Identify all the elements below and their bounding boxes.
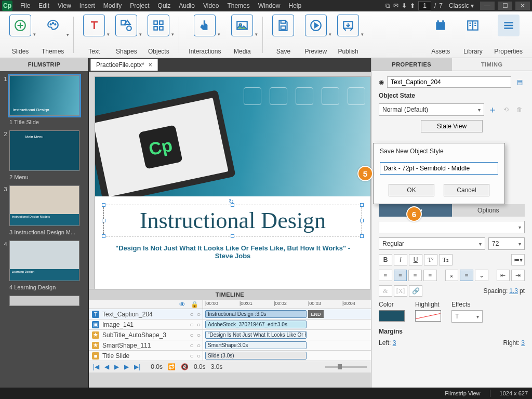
- interactions-button[interactable]: [194, 15, 216, 36]
- insert-link-button[interactable]: 🔗: [409, 285, 422, 297]
- doc-tab[interactable]: PracticeFile.cptx*×: [90, 59, 158, 71]
- align-justify-button[interactable]: ≡: [423, 270, 437, 281]
- font-color-swatch[interactable]: [379, 310, 405, 322]
- tl-start-icon[interactable]: |◀: [93, 363, 99, 370]
- tl-play-icon[interactable]: ▶: [114, 363, 119, 370]
- insert-variable-button[interactable]: [X]: [394, 285, 407, 297]
- ok-button[interactable]: OK: [389, 184, 434, 196]
- visibility-icon[interactable]: 👁: [179, 301, 187, 308]
- style-name-input[interactable]: [380, 162, 498, 175]
- font-style-dropdown[interactable]: Regular: [379, 237, 485, 250]
- text-button[interactable]: T: [83, 15, 105, 36]
- state-view-button[interactable]: State View: [421, 120, 483, 132]
- filmstrip-item[interactable]: 2Main Menu 2 Menu: [4, 130, 84, 180]
- publish-button[interactable]: [337, 15, 359, 36]
- cancel-button[interactable]: Cancel: [444, 184, 489, 196]
- object-name-input[interactable]: [387, 76, 511, 88]
- spacing-value[interactable]: 1.3: [509, 287, 518, 295]
- add-state-icon[interactable]: ＋: [487, 104, 498, 115]
- menu-quiz[interactable]: Quiz: [154, 1, 175, 10]
- timeline-row[interactable]: TText_Caption_204○○Instructional Design …: [89, 309, 371, 320]
- maximize-button[interactable]: ☐: [498, 2, 512, 10]
- menu-audio[interactable]: Audio: [175, 1, 198, 10]
- slides-button[interactable]: [9, 15, 31, 36]
- filmstrip-item[interactable]: 3Instructional Design Models 3 Instructi…: [4, 185, 84, 235]
- menu-modify[interactable]: Modify: [100, 1, 125, 10]
- italic-button[interactable]: I: [394, 254, 407, 265]
- menu-help[interactable]: Help: [285, 1, 305, 10]
- tl-next-icon[interactable]: ▶: [124, 363, 129, 370]
- menu-themes[interactable]: Themes: [223, 1, 253, 10]
- menu-window[interactable]: Window: [255, 1, 284, 10]
- state-dropdown[interactable]: Normal (Default): [379, 103, 484, 116]
- tl-zoom-slider[interactable]: [325, 366, 367, 368]
- close-tab-icon[interactable]: ×: [149, 61, 152, 69]
- align-right-button[interactable]: ≡: [408, 270, 422, 281]
- highlight-swatch[interactable]: [415, 310, 441, 322]
- margin-right-value[interactable]: 3: [521, 339, 525, 347]
- filmstrip-item[interactable]: 4Learning Design 4 Learning Design: [4, 241, 84, 290]
- menu-file[interactable]: File: [17, 1, 34, 10]
- themes-button[interactable]: [42, 15, 64, 36]
- tab-timing[interactable]: TIMING: [452, 58, 533, 71]
- align-center-button[interactable]: ≡: [394, 270, 407, 281]
- superscript-button[interactable]: T²: [424, 254, 437, 265]
- lock-icon[interactable]: 🔒: [191, 301, 198, 308]
- workspace-dropdown[interactable]: Classic ▾: [446, 2, 477, 9]
- reset-state-icon[interactable]: ⟲: [501, 104, 511, 115]
- close-button[interactable]: ✕: [515, 2, 530, 10]
- library-button[interactable]: [462, 15, 484, 36]
- subscript-button[interactable]: T₂: [439, 254, 453, 265]
- margin-left-value[interactable]: 3: [393, 339, 396, 347]
- filmstrip-item[interactable]: 1Instructional Design 1 Title Slide: [4, 75, 84, 125]
- indent-right-button[interactable]: ⇥: [511, 270, 525, 281]
- valign-bottom-button[interactable]: ⌄: [475, 270, 488, 281]
- timeline-row[interactable]: ★SubTitle_AutoShape_3○○"Design Is Not Ju…: [89, 330, 371, 340]
- svg-rect-7: [160, 21, 164, 24]
- selected-text-caption[interactable]: Instructional Design: [103, 205, 362, 236]
- save-button[interactable]: [272, 15, 294, 36]
- tab-properties[interactable]: PROPERTIES: [371, 58, 452, 71]
- font-family-dropdown[interactable]: [379, 221, 525, 233]
- objects-button[interactable]: [148, 15, 169, 36]
- effects-dropdown[interactable]: T: [451, 310, 483, 323]
- tl-mute-icon[interactable]: 🔇: [181, 363, 189, 370]
- tl-prev-icon[interactable]: ◀: [104, 363, 109, 370]
- media-button[interactable]: [231, 15, 253, 36]
- timeline-row[interactable]: ■Title Slide○○Slide (3.0s): [89, 351, 371, 361]
- delete-state-icon[interactable]: 🗑: [514, 104, 525, 115]
- download-icon[interactable]: ⬇: [402, 2, 407, 9]
- properties-button[interactable]: [498, 15, 520, 36]
- shapes-button[interactable]: [115, 15, 137, 36]
- share-icon[interactable]: ⧉: [385, 2, 390, 9]
- tl-loop-icon[interactable]: 🔁: [168, 363, 176, 370]
- filmstrip-item[interactable]: [4, 296, 84, 306]
- bold-button[interactable]: B: [379, 254, 392, 265]
- panel-menu-icon[interactable]: ▤: [514, 77, 525, 87]
- insert-symbol-button[interactable]: &: [379, 285, 392, 297]
- current-page[interactable]: 1: [418, 1, 431, 10]
- font-size-input[interactable]: 72: [488, 237, 525, 250]
- preview-button[interactable]: [305, 15, 327, 36]
- valign-top-button[interactable]: ⌅: [445, 270, 459, 281]
- tl-end-icon[interactable]: ▶|: [134, 363, 140, 370]
- menu-edit[interactable]: Edit: [35, 1, 53, 10]
- subtab-options[interactable]: Options: [452, 204, 525, 217]
- upload-icon[interactable]: ⬆: [410, 2, 415, 9]
- assets-button[interactable]: [430, 15, 451, 36]
- slide-stage[interactable]: Cp ↻ Instructional Design "Design Is Not…: [95, 77, 370, 290]
- mail-icon[interactable]: ✉: [393, 2, 398, 9]
- minimize-button[interactable]: —: [480, 2, 495, 10]
- visibility-toggle-icon[interactable]: ◉: [379, 78, 384, 86]
- timeline-row[interactable]: ★SmartShape_111○○SmartShape:3.0s: [89, 340, 371, 351]
- menu-view[interactable]: View: [54, 1, 75, 10]
- menu-insert[interactable]: Insert: [76, 1, 99, 10]
- align-left-button[interactable]: ≡: [379, 270, 392, 281]
- indent-left-button[interactable]: ⇤: [497, 270, 510, 281]
- menu-video[interactable]: Video: [200, 1, 222, 10]
- timeline-row[interactable]: ▣Image_141○○AdobeStock_370219467_edit:3.…: [89, 320, 371, 330]
- menu-project[interactable]: Project: [126, 1, 153, 10]
- valign-middle-button[interactable]: ≡: [460, 270, 473, 281]
- bullets-button[interactable]: ≔▾: [511, 254, 525, 265]
- underline-button[interactable]: U: [409, 254, 422, 265]
